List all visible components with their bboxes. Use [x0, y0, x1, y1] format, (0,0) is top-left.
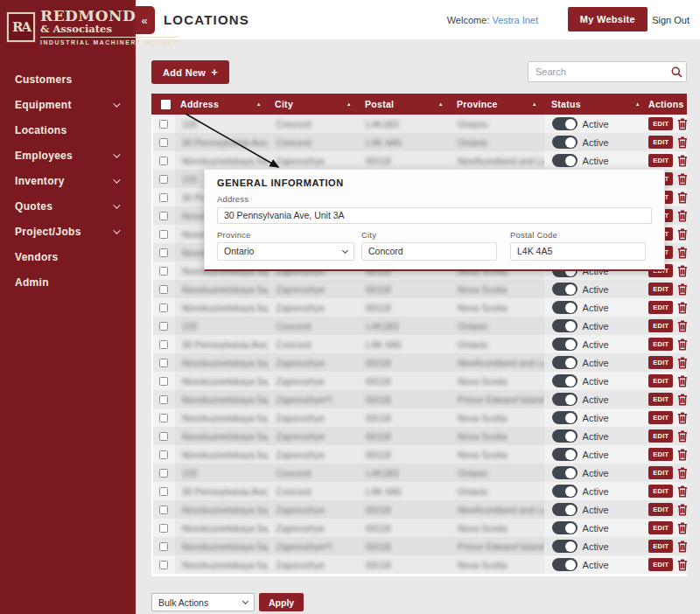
trash-icon[interactable] — [677, 210, 687, 222]
active-toggle[interactable] — [552, 356, 578, 369]
edit-button[interactable]: EDIT — [648, 485, 673, 498]
select-all-checkbox[interactable] — [161, 100, 171, 109]
search-icon[interactable] — [667, 66, 686, 78]
row-checkbox[interactable] — [159, 340, 168, 349]
row-checkbox[interactable] — [159, 322, 168, 331]
active-toggle[interactable] — [552, 448, 578, 461]
trash-icon[interactable] — [677, 283, 687, 296]
row-checkbox[interactable] — [159, 377, 168, 386]
trash-icon[interactable] — [677, 430, 687, 443]
edit-button[interactable]: EDIT — [648, 448, 673, 461]
city-field[interactable] — [361, 242, 497, 261]
trash-icon[interactable] — [677, 136, 687, 149]
trash-icon[interactable] — [677, 394, 687, 406]
trash-icon[interactable] — [677, 449, 687, 461]
column-header-city[interactable]: City▲ — [268, 99, 358, 109]
row-checkbox[interactable] — [159, 267, 168, 276]
sidebar-item-admin[interactable]: Admin — [0, 269, 132, 295]
active-toggle[interactable] — [552, 429, 578, 443]
apply-button[interactable]: Apply — [259, 593, 304, 611]
row-checkbox[interactable] — [159, 359, 168, 367]
edit-button[interactable]: EDIT — [648, 540, 673, 553]
edit-button[interactable]: EDIT — [648, 558, 673, 571]
edit-button[interactable]: EDIT — [648, 429, 673, 443]
active-toggle[interactable] — [552, 485, 578, 498]
active-toggle[interactable] — [552, 117, 578, 130]
active-toggle[interactable] — [552, 466, 578, 479]
edit-button[interactable]: EDIT — [648, 521, 673, 534]
column-header-postal[interactable]: Postal▲ — [358, 99, 450, 109]
edit-button[interactable]: EDIT — [648, 154, 673, 167]
row-checkbox[interactable] — [159, 542, 168, 551]
trash-icon[interactable] — [677, 247, 687, 259]
active-toggle[interactable] — [552, 154, 578, 167]
row-checkbox[interactable] — [159, 432, 168, 441]
column-header-status[interactable]: Status▲ — [543, 99, 647, 109]
edit-button[interactable]: EDIT — [648, 466, 673, 479]
row-checkbox[interactable] — [159, 193, 168, 202]
sign-out-link[interactable]: Sign Out — [652, 15, 690, 25]
active-toggle[interactable] — [552, 319, 578, 332]
my-website-button[interactable]: My Website — [568, 7, 648, 31]
row-checkbox[interactable] — [159, 469, 168, 478]
trash-icon[interactable] — [677, 118, 687, 130]
row-checkbox[interactable] — [159, 561, 168, 569]
row-checkbox[interactable] — [159, 285, 168, 294]
edit-button[interactable]: EDIT — [648, 301, 673, 314]
edit-button[interactable]: EDIT — [648, 374, 673, 387]
sidebar-item-inventory[interactable]: Inventory — [0, 168, 132, 193]
sidebar-item-customers[interactable]: Customers — [0, 66, 132, 92]
trash-icon[interactable] — [677, 192, 687, 204]
active-toggle[interactable] — [552, 136, 578, 149]
trash-icon[interactable] — [677, 412, 687, 424]
trash-icon[interactable] — [677, 173, 687, 185]
row-checkbox[interactable] — [159, 157, 168, 165]
edit-button[interactable]: EDIT — [648, 319, 673, 332]
trash-icon[interactable] — [677, 228, 687, 241]
province-select[interactable]: Ontario — [217, 242, 354, 261]
row-checkbox[interactable] — [159, 175, 168, 184]
search-input[interactable] — [528, 66, 667, 77]
trash-icon[interactable] — [677, 265, 687, 277]
trash-icon[interactable] — [677, 155, 687, 167]
row-checkbox[interactable] — [159, 395, 168, 404]
trash-icon[interactable] — [677, 504, 687, 516]
row-checkbox[interactable] — [159, 506, 168, 514]
active-toggle[interactable] — [552, 338, 578, 351]
bulk-actions-select[interactable]: Bulk Actions — [151, 593, 255, 611]
trash-icon[interactable] — [677, 302, 687, 314]
trash-icon[interactable] — [677, 338, 687, 351]
edit-button[interactable]: EDIT — [648, 393, 673, 406]
active-toggle[interactable] — [552, 540, 578, 553]
edit-button[interactable]: EDIT — [648, 283, 673, 296]
address-field[interactable] — [217, 207, 652, 224]
row-checkbox[interactable] — [159, 524, 168, 533]
edit-button[interactable]: EDIT — [648, 338, 673, 351]
sidebar-item-equipment[interactable]: Equipment — [0, 92, 132, 117]
active-toggle[interactable] — [552, 374, 578, 387]
sidebar-item-employees[interactable]: Employees — [0, 143, 132, 168]
trash-icon[interactable] — [677, 320, 687, 332]
active-toggle[interactable] — [552, 301, 578, 314]
postal-code-field[interactable] — [510, 242, 646, 261]
trash-icon[interactable] — [677, 559, 687, 571]
add-new-button[interactable]: Add New+ — [151, 60, 229, 84]
row-checkbox[interactable] — [159, 120, 168, 129]
sidebar-item-project-jobs[interactable]: Project/Jobs — [0, 219, 132, 244]
row-checkbox[interactable] — [159, 414, 168, 422]
column-header-province[interactable]: Province▲ — [450, 99, 543, 109]
active-toggle[interactable] — [552, 283, 578, 296]
sidebar-item-vendors[interactable]: Vendors — [0, 244, 132, 269]
user-link[interactable]: Vestra Inet — [492, 15, 538, 25]
trash-icon[interactable] — [677, 375, 687, 387]
sidebar-item-quotes[interactable]: Quotes — [0, 193, 132, 219]
edit-button[interactable]: EDIT — [648, 136, 673, 149]
row-checkbox[interactable] — [159, 304, 168, 312]
row-checkbox[interactable] — [159, 487, 168, 496]
edit-button[interactable]: EDIT — [648, 356, 673, 369]
row-checkbox[interactable] — [159, 138, 168, 147]
trash-icon[interactable] — [677, 541, 687, 553]
trash-icon[interactable] — [677, 522, 687, 534]
row-checkbox[interactable] — [159, 230, 168, 239]
active-toggle[interactable] — [552, 503, 578, 516]
